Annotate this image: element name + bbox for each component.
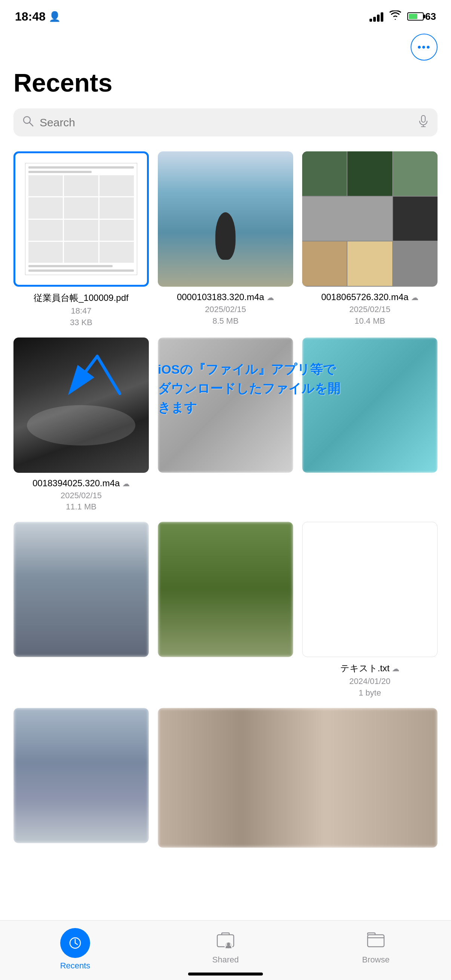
cloud-icon: ☁ — [411, 293, 419, 302]
tab-recents-label: Recents — [60, 961, 91, 970]
search-bar[interactable] — [13, 108, 438, 137]
wide-blurred-image — [158, 708, 438, 848]
file-item-txt[interactable]: テキスト.txt ☁ 2024/01/20 1 byte — [302, 522, 438, 699]
status-right: 63 — [370, 11, 436, 23]
pdf-line — [29, 265, 113, 267]
signal-bar-3 — [377, 14, 379, 22]
file-date: 2025/02/15 — [61, 491, 102, 500]
home-indicator — [188, 972, 263, 975]
file-name: 0018065726.320.m4a ☁ — [321, 292, 419, 302]
file-item-wide-blurred[interactable] — [158, 708, 438, 853]
file-size: 1 byte — [359, 688, 381, 697]
svg-rect-2 — [421, 116, 425, 122]
green-image — [158, 522, 293, 657]
tab-recents[interactable]: Recents — [45, 928, 105, 970]
more-btn-container: ••• — [0, 30, 451, 64]
battery-indicator: 63 — [407, 11, 436, 22]
file-meta: 2024/01/20 1 byte — [349, 676, 390, 699]
file-size: 11.1 MB — [66, 502, 97, 511]
recents-icon — [60, 928, 90, 958]
file-item-green[interactable] — [158, 522, 293, 699]
pdf-cell — [99, 197, 134, 218]
cloud-icon: ☁ — [267, 293, 274, 302]
pdf-cell — [64, 175, 98, 196]
file-meta: 18:47 33 KB — [70, 305, 92, 329]
status-time: 18:48 👤 — [15, 10, 61, 24]
pdf-cell — [64, 220, 98, 241]
status-bar: 18:48 👤 63 — [0, 0, 451, 30]
file-meta: 2025/02/15 11.1 MB — [61, 490, 102, 513]
file-name: 0000103183.320.m4a ☁ — [177, 292, 274, 302]
person1-thumbnail — [13, 522, 149, 657]
collage-cell — [393, 197, 438, 241]
search-input[interactable] — [40, 116, 412, 129]
file-name-text: テキスト.txt — [340, 663, 390, 673]
file-grid-row1: 従業員台帳_100009.pdf 18:47 33 KB 0000103183.… — [0, 151, 451, 329]
signal-bars — [370, 11, 383, 22]
shared-icon — [214, 928, 237, 952]
svg-point-12 — [227, 943, 230, 946]
audio1-thumbnail — [158, 151, 293, 287]
pdf-table — [29, 175, 134, 262]
file-grid-row4 — [0, 708, 451, 853]
collage-cell — [347, 242, 392, 286]
more-button[interactable]: ••• — [411, 33, 438, 60]
file-name-text: 0018065726.320.m4a — [321, 292, 409, 302]
battery-fill — [409, 14, 418, 19]
file-meta: 2025/02/15 8.5 MB — [205, 304, 246, 327]
pdf-cell — [29, 220, 63, 241]
file-name-text: 0000103183.320.m4a — [177, 292, 265, 302]
file-item-person1[interactable] — [13, 522, 149, 699]
file-item-audio1[interactable]: 0000103183.320.m4a ☁ 2025/02/15 8.5 MB — [158, 151, 293, 329]
file-item-pdf[interactable]: 従業員台帳_100009.pdf 18:47 33 KB — [13, 151, 149, 329]
pdf-cell — [99, 220, 134, 241]
collage-cell — [302, 242, 347, 286]
file-item-person2[interactable] — [13, 708, 149, 853]
file-item-blurred1[interactable]: iOSの『ファイル』アプリ等でダウンロードしたファイルを開きます — [158, 337, 293, 513]
file-date: 2025/02/15 — [205, 305, 246, 314]
photo-collage — [302, 151, 438, 287]
file-meta: 2025/02/15 10.4 MB — [349, 304, 390, 327]
pdf-cell — [64, 197, 98, 218]
signal-bar-2 — [373, 17, 376, 22]
pdf-cell — [29, 197, 63, 218]
pdf-cell — [99, 175, 134, 196]
file-date: 2025/02/15 — [349, 305, 390, 314]
page-title: Recents — [0, 64, 451, 108]
svg-line-1 — [30, 123, 33, 126]
pdf-preview — [25, 163, 137, 275]
search-icon — [22, 116, 33, 129]
file-name: 0018394025.320.m4a ☁ — [32, 478, 130, 488]
browse-icon — [364, 928, 388, 952]
annotation-arrow — [67, 326, 142, 401]
pdf-line — [29, 171, 92, 173]
signal-bar-4 — [381, 12, 383, 22]
file-size: 10.4 MB — [354, 316, 385, 326]
file-item-audio2[interactable]: 0018065726.320.m4a ☁ 2025/02/15 10.4 MB — [302, 151, 438, 329]
collage-cell — [302, 151, 347, 196]
file-size: 8.5 MB — [212, 316, 239, 326]
pdf-cell — [29, 242, 63, 263]
collage-cell — [393, 151, 438, 196]
photo-ocean — [158, 151, 293, 287]
audio2-thumbnail — [302, 151, 438, 287]
tab-bar: Recents Shared Browse — [0, 920, 451, 980]
tab-shared[interactable]: Shared — [196, 928, 255, 965]
cloud-icon: ☁ — [392, 665, 399, 673]
battery-percent: 63 — [425, 11, 436, 22]
pdf-thumbnail — [13, 151, 149, 287]
green-thumbnail — [158, 522, 293, 657]
svg-line-8 — [75, 943, 77, 945]
person-icon: 👤 — [49, 11, 61, 22]
file-date: 2024/01/20 — [349, 676, 390, 686]
file-date: 18:47 — [71, 306, 91, 315]
wifi-icon — [389, 11, 401, 23]
txt-thumbnail — [302, 522, 438, 657]
tab-browse[interactable]: Browse — [346, 928, 406, 965]
file-grid-row2: 0018394025.320.m4a ☁ 2025/02/15 11.1 MB … — [0, 337, 451, 513]
file-name: 従業員台帳_100009.pdf — [33, 292, 128, 304]
file-grid-row3: テキスト.txt ☁ 2024/01/20 1 byte — [0, 522, 451, 699]
mic-icon[interactable] — [418, 115, 429, 130]
file-size: 33 KB — [70, 318, 92, 327]
file-name-text: 0018394025.320.m4a — [32, 478, 120, 488]
